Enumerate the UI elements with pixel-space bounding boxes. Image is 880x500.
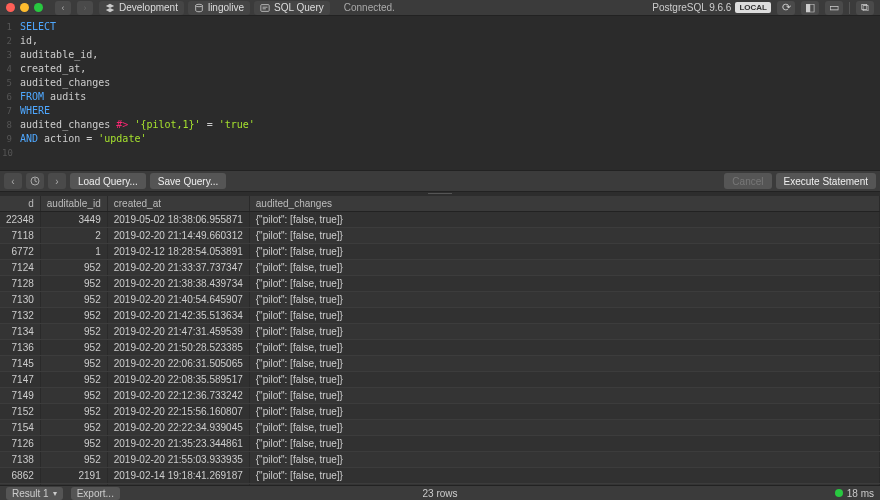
layout-stack-icon[interactable]: ▭ <box>825 1 843 15</box>
column-header-d[interactable]: d <box>0 196 40 212</box>
column-header-created_at[interactable]: created_at <box>107 196 249 212</box>
history-icon[interactable] <box>26 173 44 189</box>
table-row[interactable]: 71529522019-02-20 22:15:56.160807{"pilot… <box>0 404 880 420</box>
table-row[interactable]: 686221912019-02-14 19:18:41.269187{"pilo… <box>0 468 880 484</box>
layout-split-icon[interactable]: ◧ <box>801 1 819 15</box>
svg-rect-1 <box>261 4 269 11</box>
table-row[interactable]: 71249522019-02-20 21:33:37.737347{"pilot… <box>0 260 880 276</box>
status-bar: Result 1 ▾ Export... 23 rows 18 ms <box>0 485 880 500</box>
close-window-icon[interactable] <box>6 3 15 12</box>
load-query-button[interactable]: Load Query... <box>70 173 146 189</box>
svg-point-0 <box>196 4 203 7</box>
window-controls <box>6 3 43 12</box>
column-header-auditable_id[interactable]: auditable_id <box>40 196 107 212</box>
db-version: PostgreSQL 9.6.6 LOCAL <box>652 2 771 13</box>
export-button[interactable]: Export... <box>71 487 120 500</box>
save-query-button[interactable]: Save Query... <box>150 173 226 189</box>
table-row[interactable]: 71369522019-02-20 21:50:28.523385{"pilot… <box>0 340 880 356</box>
query-editor[interactable]: 12345678910 SELECT id, auditable_id, cre… <box>0 16 880 170</box>
nav-back-button[interactable]: ‹ <box>55 1 71 15</box>
table-row[interactable]: 71269522019-02-20 21:35:23.344861{"pilot… <box>0 436 880 452</box>
table-row[interactable]: 71479522019-02-20 22:08:35.589517{"pilot… <box>0 372 880 388</box>
nav-forward-button[interactable]: › <box>77 1 93 15</box>
cancel-button[interactable]: Cancel <box>724 173 771 189</box>
action-bar: ‹ › Load Query... Save Query... Cancel E… <box>0 170 880 192</box>
new-window-icon[interactable]: ⧉ <box>856 1 874 15</box>
breadcrumb-development[interactable]: Development <box>99 1 184 15</box>
exec-time: 18 ms <box>835 488 874 499</box>
table-row[interactable]: 71459522019-02-20 22:06:31.505065{"pilot… <box>0 356 880 372</box>
table-row[interactable]: 71549522019-02-20 22:22:34.939045{"pilot… <box>0 420 880 436</box>
breadcrumb-sql-query[interactable]: SQL Query <box>254 1 330 15</box>
breadcrumb-lingolive[interactable]: lingolive <box>188 1 250 15</box>
row-count: 23 rows <box>422 488 457 499</box>
prev-statement-icon[interactable]: ‹ <box>4 173 22 189</box>
column-header-audited_changes[interactable]: audited_changes <box>249 196 879 212</box>
status-ok-icon <box>835 489 843 497</box>
execute-button[interactable]: Execute Statement <box>776 173 877 189</box>
next-statement-icon[interactable]: › <box>48 173 66 189</box>
table-row[interactable]: 71289522019-02-20 21:38:38.439734{"pilot… <box>0 276 880 292</box>
results-grid[interactable]: dauditable_idcreated_ataudited_changes 2… <box>0 196 880 485</box>
table-row[interactable]: 677212019-02-12 18:28:54.053891{"pilot":… <box>0 244 880 260</box>
table-row[interactable]: 2234834492019-05-02 18:38:06.955871{"pil… <box>0 212 880 228</box>
refresh-icon[interactable]: ⟳ <box>777 1 795 15</box>
table-row[interactable]: 71329522019-02-20 21:42:35.513634{"pilot… <box>0 308 880 324</box>
table-row[interactable]: 711822019-02-20 21:14:49.660312{"pilot":… <box>0 228 880 244</box>
zoom-window-icon[interactable] <box>34 3 43 12</box>
table-row[interactable]: 71389522019-02-20 21:55:03.933935{"pilot… <box>0 452 880 468</box>
connection-status: Connected. <box>344 2 395 13</box>
table-row[interactable]: 71349522019-02-20 21:47:31.459539{"pilot… <box>0 324 880 340</box>
result-tab[interactable]: Result 1 ▾ <box>6 487 63 500</box>
titlebar: ‹ › DevelopmentlingoliveSQL Query Connec… <box>0 0 880 16</box>
table-row[interactable]: 71499522019-02-20 22:12:36.733242{"pilot… <box>0 388 880 404</box>
table-row[interactable]: 71309522019-02-20 21:40:54.645907{"pilot… <box>0 292 880 308</box>
minimize-window-icon[interactable] <box>20 3 29 12</box>
